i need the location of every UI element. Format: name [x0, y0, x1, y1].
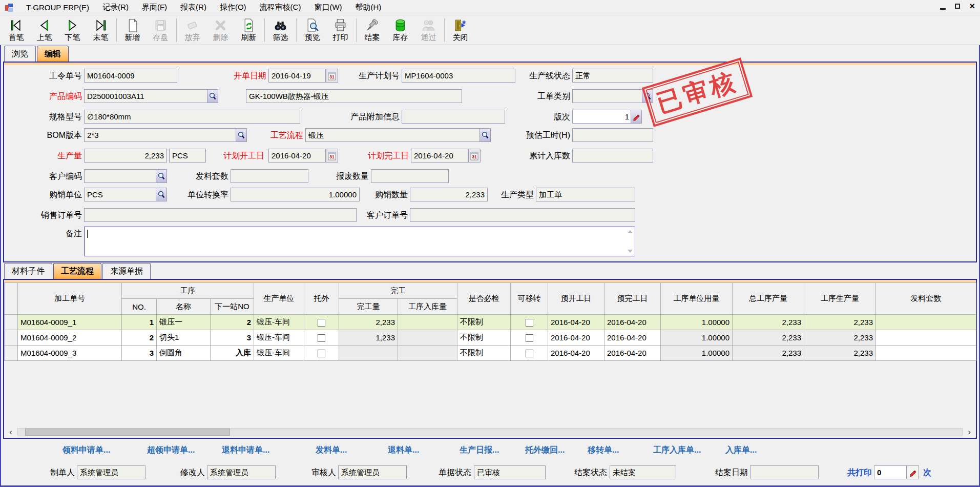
minimize-icon[interactable]: [940, 8, 946, 10]
edit-pencil-icon[interactable]: [907, 465, 919, 479]
lookup-icon[interactable]: [207, 90, 218, 103]
calendar-icon[interactable]: 31: [468, 149, 481, 163]
cell-unit[interactable]: 锻压-车间: [254, 346, 304, 361]
product-code-field[interactable]: D250001003A11: [84, 89, 218, 103]
cell-order[interactable]: M01604-0009_2: [18, 330, 122, 346]
link-daily-report[interactable]: 生产日报...: [460, 445, 499, 456]
cell-proc-output[interactable]: 2,233: [804, 315, 876, 330]
cell-order[interactable]: M01604-0009_1: [18, 315, 122, 330]
cell-done-qty[interactable]: 1,233: [339, 330, 398, 346]
link-return-request[interactable]: 退料申请单...: [222, 445, 269, 456]
scroll-left-icon[interactable]: ‹: [7, 427, 14, 437]
transfer-checkbox[interactable]: [526, 319, 533, 327]
scrollbar-thumb[interactable]: [25, 429, 230, 436]
tab-edit[interactable]: 编辑: [37, 46, 69, 62]
inventory-button[interactable]: 库存: [386, 16, 414, 44]
tab-process-flow[interactable]: 工艺流程: [53, 263, 101, 279]
menu-operations[interactable]: 操作(O): [213, 1, 253, 14]
link-transfer-doc[interactable]: 移转单...: [588, 445, 619, 456]
link-material-request[interactable]: 领料申请单...: [62, 445, 110, 456]
tab-source-docs[interactable]: 来源单据: [102, 263, 151, 279]
link-return-doc[interactable]: 退料单...: [388, 445, 419, 456]
cell-unit[interactable]: 锻压-车间: [254, 330, 304, 346]
scrap-qty-field[interactable]: [371, 169, 449, 183]
plan-start-field[interactable]: 2016-04-20: [268, 149, 326, 163]
cell-issue-sets[interactable]: [876, 346, 976, 361]
outsource-checkbox[interactable]: [318, 334, 325, 342]
scroll-up-icon[interactable]: [628, 230, 633, 233]
filter-button[interactable]: 筛选: [266, 16, 295, 44]
version-field[interactable]: 1: [572, 110, 642, 124]
new-button[interactable]: 新增: [118, 16, 147, 44]
work-order-field[interactable]: M01604-0009: [84, 69, 177, 83]
process-flow-field[interactable]: 锻压: [305, 128, 491, 142]
cell-in-qty[interactable]: [398, 315, 457, 330]
menu-app[interactable]: T-GROUP ERP(E): [19, 2, 96, 13]
restore-icon[interactable]: [955, 4, 960, 9]
customer-code-field[interactable]: [84, 169, 167, 183]
prev-record-button[interactable]: 上笔: [30, 16, 58, 44]
cell-issue-sets[interactable]: [876, 315, 976, 330]
print-count-field[interactable]: 0: [874, 465, 907, 479]
extra-info-field[interactable]: [402, 110, 505, 124]
link-process-in-doc[interactable]: 工序入库单...: [653, 445, 701, 456]
next-record-button[interactable]: 下笔: [58, 16, 87, 44]
bom-field[interactable]: 2*3: [84, 128, 247, 142]
prod-type-field[interactable]: 加工单: [536, 188, 635, 201]
cell-pre-start[interactable]: 2016-04-20: [548, 346, 604, 361]
cell-pre-finish[interactable]: 2016-04-20: [604, 346, 661, 361]
edit-pencil-icon[interactable]: [631, 110, 641, 123]
first-record-button[interactable]: 首笔: [2, 16, 30, 44]
customer-order-field[interactable]: [410, 208, 635, 222]
scroll-right-icon[interactable]: ›: [966, 427, 973, 437]
plan-no-field[interactable]: MP1604-0003: [402, 69, 515, 83]
cell-total-output[interactable]: 2,233: [733, 346, 804, 361]
cell-proc-output[interactable]: 2,233: [804, 346, 876, 361]
remark-scroll[interactable]: [627, 228, 634, 255]
cell-done-qty[interactable]: [339, 346, 398, 361]
cell-proc-output[interactable]: 2,233: [804, 330, 876, 346]
spec-field[interactable]: ∅180*80mm: [84, 110, 300, 124]
order-type-field[interactable]: [572, 89, 653, 103]
refresh-button[interactable]: 刷新: [235, 16, 263, 44]
link-over-request[interactable]: 超领申请单...: [147, 445, 195, 456]
link-outsource-return[interactable]: 托外缴回...: [525, 445, 565, 456]
cell-total-output[interactable]: 2,233: [733, 330, 804, 346]
outsource-checkbox[interactable]: [318, 350, 325, 357]
cell-no[interactable]: 1: [122, 315, 157, 330]
row-selector[interactable]: [5, 330, 18, 346]
cell-unit-usage[interactable]: 1.00000: [661, 315, 733, 330]
preview-button[interactable]: 预览: [298, 16, 326, 44]
close-icon[interactable]: ×: [969, 3, 975, 10]
row-selector[interactable]: [5, 315, 18, 330]
cell-unit-usage[interactable]: 1.00000: [661, 346, 733, 361]
row-selector[interactable]: [5, 346, 18, 361]
print-button[interactable]: 打印: [326, 16, 355, 44]
line-status-field[interactable]: 正常: [572, 69, 653, 83]
exit-button[interactable]: 关闭: [446, 16, 474, 44]
cell-pre-finish[interactable]: 2016-04-20: [604, 315, 661, 330]
total-in-field[interactable]: [572, 149, 653, 163]
cell-no[interactable]: 3: [122, 346, 157, 361]
menu-records[interactable]: 记录(R): [96, 1, 135, 14]
est-hours-field[interactable]: [572, 128, 653, 142]
cell-pre-start[interactable]: 2016-04-20: [548, 330, 604, 346]
cell-pre-finish[interactable]: 2016-04-20: [604, 330, 661, 346]
cell-in-qty[interactable]: [398, 346, 457, 361]
menu-workflow-audit[interactable]: 流程审核(C): [253, 1, 308, 14]
scrollbar-track[interactable]: [17, 428, 963, 436]
cell-next[interactable]: 入库: [211, 346, 254, 361]
sales-order-field[interactable]: [84, 208, 357, 222]
link-issue-doc[interactable]: 发料单...: [316, 445, 347, 456]
outsource-checkbox[interactable]: [318, 319, 325, 327]
cell-name[interactable]: 切头1: [157, 330, 211, 346]
transfer-checkbox[interactable]: [526, 334, 533, 342]
cell-order[interactable]: M01604-0009_3: [18, 346, 122, 361]
menu-reports[interactable]: 报表(R): [174, 1, 213, 14]
open-date-field[interactable]: 2016-04-19: [268, 69, 326, 83]
cell-name[interactable]: 倒圆角: [157, 346, 211, 361]
cell-name[interactable]: 锻压一: [157, 315, 211, 330]
close-case-button[interactable]: 结案: [358, 16, 386, 44]
cell-inspect[interactable]: 不限制: [457, 315, 511, 330]
scroll-down-icon[interactable]: [628, 250, 633, 253]
